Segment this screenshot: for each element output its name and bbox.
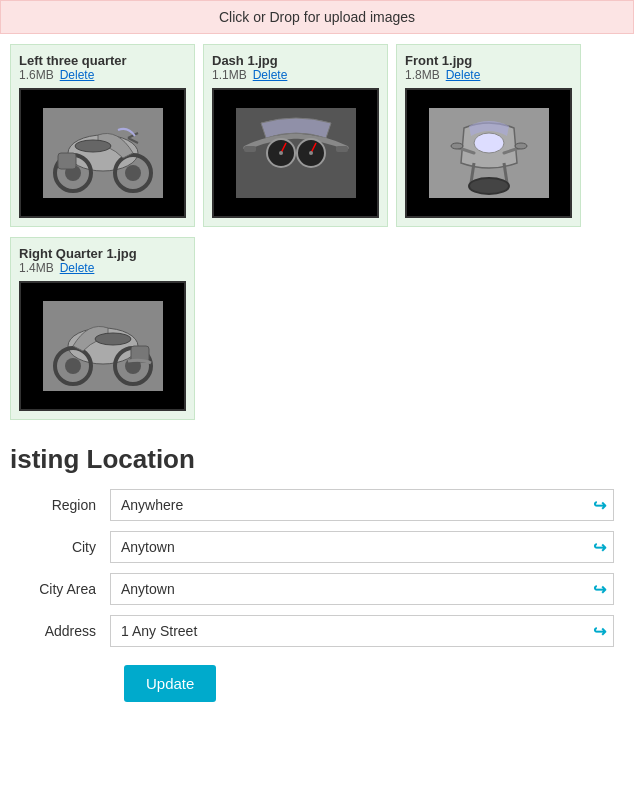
image-thumb-0 [19,88,186,218]
image-grid: Left three quarter 1.6MB Delete [0,44,634,237]
image-card-header-0: Left three quarter 1.6MB Delete [19,53,186,82]
section-title: isting Location [0,430,634,489]
update-button[interactable]: Update [124,665,216,702]
image-card-header-2: Front 1.jpg 1.8MB Delete [405,53,572,82]
image-size-2: 1.8MB [405,68,440,82]
image-card-0: Left three quarter 1.6MB Delete [10,44,195,227]
image-size-0: 1.6MB [19,68,54,82]
image-card-3: Right Quarter 1.jpg 1.4MB Delete [10,237,195,420]
image-card-title-1: Dash 1.jpg [212,53,287,68]
city-area-label: City Area [20,581,110,597]
image-card-meta-1: 1.1MB Delete [212,68,287,82]
region-row: Region ↪ [20,489,614,521]
image-card-meta-2: 1.8MB Delete [405,68,480,82]
city-area-input[interactable] [110,573,614,605]
svg-point-22 [451,143,463,149]
image-size-1: 1.1MB [212,68,247,82]
image-card-1: Dash 1.jpg 1.1MB Delete [203,44,388,227]
svg-point-27 [65,358,81,374]
svg-point-14 [309,151,313,155]
svg-point-18 [474,133,504,153]
city-icon[interactable]: ↪ [593,538,606,557]
city-area-input-wrapper: ↪ [110,573,614,605]
city-area-row: City Area ↪ [20,573,614,605]
region-label: Region [20,497,110,513]
address-input-wrapper: ↪ [110,615,614,647]
image-card-meta-3: 1.4MB Delete [19,261,137,275]
delete-button-3[interactable]: Delete [60,261,95,275]
delete-button-1[interactable]: Delete [253,68,288,82]
city-row: City ↪ [20,531,614,563]
svg-point-30 [95,333,131,345]
address-row: Address ↪ [20,615,614,647]
address-label: Address [20,623,110,639]
svg-point-13 [279,151,283,155]
image-card-header-1: Dash 1.jpg 1.1MB Delete [212,53,379,82]
image-card-title-2: Front 1.jpg [405,53,480,68]
image-thumb-3 [19,281,186,411]
delete-button-0[interactable]: Delete [60,68,95,82]
image-thumb-2 [405,88,572,218]
region-input-wrapper: ↪ [110,489,614,521]
image-card-header-3: Right Quarter 1.jpg 1.4MB Delete [19,246,186,275]
city-area-icon[interactable]: ↪ [593,580,606,599]
region-input[interactable] [110,489,614,521]
svg-rect-16 [336,146,348,152]
svg-point-23 [515,143,527,149]
image-thumb-1 [212,88,379,218]
location-form: Region ↪ City ↪ City Area ↪ Address ↪ Up… [0,489,634,722]
city-label: City [20,539,110,555]
svg-point-3 [125,165,141,181]
svg-point-6 [75,140,111,152]
image-card-2: Front 1.jpg 1.8MB Delete [396,44,581,227]
upload-banner[interactable]: Click or Drop for upload images [0,0,634,34]
svg-rect-7 [58,153,76,169]
svg-point-21 [469,178,509,194]
image-grid-row2: Right Quarter 1.jpg 1.4MB Delete [0,237,634,430]
image-card-title-3: Right Quarter 1.jpg [19,246,137,261]
svg-rect-15 [244,146,256,152]
image-card-title-0: Left three quarter [19,53,127,68]
address-input[interactable] [110,615,614,647]
address-icon[interactable]: ↪ [593,622,606,641]
city-input-wrapper: ↪ [110,531,614,563]
region-icon[interactable]: ↪ [593,496,606,515]
image-size-3: 1.4MB [19,261,54,275]
delete-button-2[interactable]: Delete [446,68,481,82]
image-card-meta-0: 1.6MB Delete [19,68,127,82]
city-input[interactable] [110,531,614,563]
